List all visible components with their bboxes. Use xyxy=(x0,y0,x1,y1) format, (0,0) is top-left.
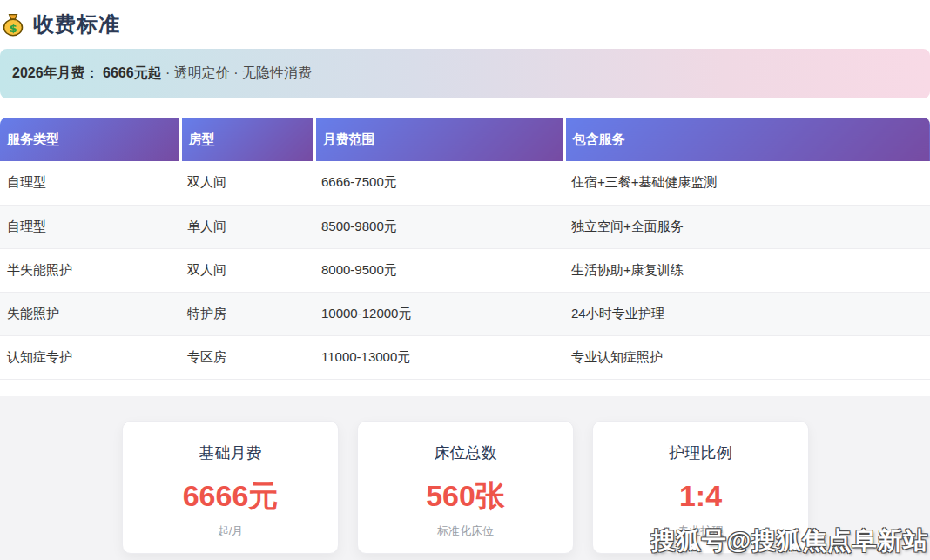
stat-sub: 标准化床位 xyxy=(358,523,573,539)
cell-room-type: 专区房 xyxy=(180,335,314,379)
stat-value: 6666元 xyxy=(123,478,338,513)
cell-fee-range: 8000-9500元 xyxy=(314,248,564,292)
fee-banner: 2026年月费： 6666元起 · 透明定价 · 无隐性消费 xyxy=(0,49,930,98)
cell-room-type: 双人间 xyxy=(180,161,314,205)
watermark: 搜狐号@搜狐焦点阜新站 xyxy=(651,524,928,557)
stat-value: 560张 xyxy=(358,478,573,513)
cell-included-services: 专业认知症照护 xyxy=(564,335,930,379)
cell-included-services: 住宿+三餐+基础健康监测 xyxy=(564,161,930,205)
stat-card-base-monthly-fee: 基础月费 6666元 起/月 xyxy=(122,421,339,554)
pricing-page: { "page": { "title": "收费标准" }, "banner":… xyxy=(0,0,930,560)
cell-fee-range: 11000-13000元 xyxy=(314,335,564,379)
page-title: 收费标准 xyxy=(33,10,120,38)
cell-service-type: 失能照护 xyxy=(0,292,180,335)
cell-fee-range: 8500-9800元 xyxy=(314,205,564,248)
cell-included-services: 24小时专业护理 xyxy=(564,292,930,335)
stat-sub: 起/月 xyxy=(123,523,338,539)
stat-value: 1:4 xyxy=(593,478,808,513)
table-row: 自理型 双人间 6666-7500元 住宿+三餐+基础健康监测 xyxy=(0,161,930,205)
cell-included-services: 独立空间+全面服务 xyxy=(564,205,930,248)
stat-label: 基础月费 xyxy=(123,443,338,462)
banner-highlight: 2026年月费： 6666元起 xyxy=(12,64,162,83)
cell-room-type: 双人间 xyxy=(180,248,314,292)
table-row: 自理型 单人间 8500-9800元 独立空间+全面服务 xyxy=(0,205,930,248)
cell-included-services: 生活协助+康复训练 xyxy=(564,248,930,292)
column-header-room-type: 房型 xyxy=(180,118,314,161)
cell-service-type: 自理型 xyxy=(0,205,180,248)
cell-room-type: 单人间 xyxy=(180,205,314,248)
stat-label: 床位总数 xyxy=(358,443,573,462)
table-row: 认知症专护 专区房 11000-13000元 专业认知症照护 xyxy=(0,335,930,379)
column-header-service-type: 服务类型 xyxy=(0,118,180,161)
page-header: $ 收费标准 xyxy=(0,0,930,38)
banner-tagline: · 透明定价 · 无隐性消费 xyxy=(162,64,312,83)
pricing-table: 服务类型 房型 月费范围 包含服务 自理型 双人间 6666-7500元 住宿+… xyxy=(0,118,930,380)
cell-room-type: 特护房 xyxy=(180,292,314,335)
column-header-fee-range: 月费范围 xyxy=(314,118,564,161)
svg-text:$: $ xyxy=(9,22,17,35)
money-bag-icon: $ xyxy=(1,12,25,37)
stat-card-total-beds: 床位总数 560张 标准化床位 xyxy=(357,421,574,554)
cell-fee-range: 10000-12000元 xyxy=(314,292,564,335)
table-row: 失能照护 特护房 10000-12000元 24小时专业护理 xyxy=(0,292,930,335)
table-row: 半失能照护 双人间 8000-9500元 生活协助+康复训练 xyxy=(0,248,930,292)
cell-service-type: 认知症专护 xyxy=(0,335,180,379)
cell-fee-range: 6666-7500元 xyxy=(314,161,564,205)
column-header-included-services: 包含服务 xyxy=(564,118,930,161)
stat-label: 护理比例 xyxy=(593,443,808,462)
cell-service-type: 半失能照护 xyxy=(0,248,180,292)
cell-service-type: 自理型 xyxy=(0,161,180,205)
table-header-row: 服务类型 房型 月费范围 包含服务 xyxy=(0,118,930,161)
